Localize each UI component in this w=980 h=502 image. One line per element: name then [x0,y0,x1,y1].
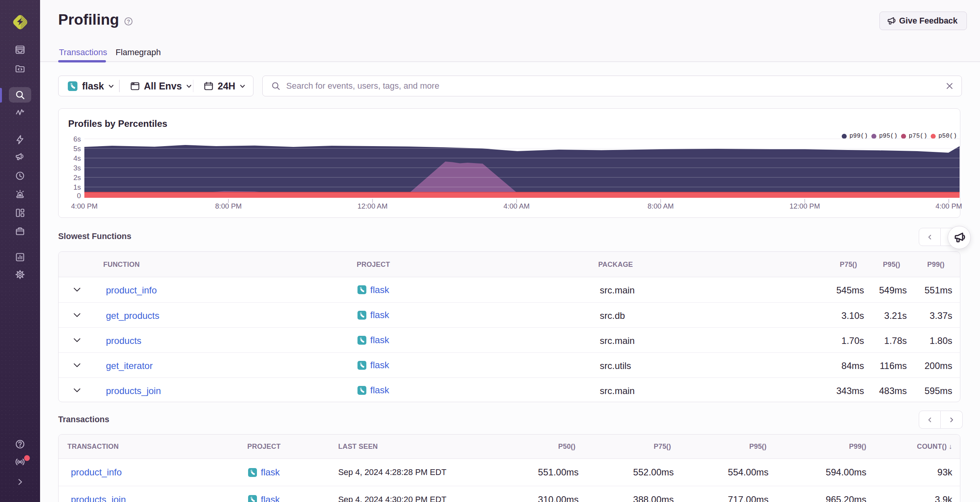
svg-text:4:00 PM: 4:00 PM [936,202,962,210]
svg-text:6s: 6s [73,135,81,143]
svg-text:12:00 AM: 12:00 AM [357,202,388,210]
svg-text:5s: 5s [73,145,81,153]
svg-text:8:00 PM: 8:00 PM [215,202,242,210]
svg-text:4:00 PM: 4:00 PM [71,202,98,210]
svg-text:4:00 AM: 4:00 AM [503,202,530,210]
svg-text:0: 0 [77,192,81,200]
svg-text:1s: 1s [73,183,81,191]
svg-text:8:00 AM: 8:00 AM [648,202,674,210]
svg-text:3s: 3s [73,164,81,172]
svg-text:12:00 PM: 12:00 PM [789,202,820,210]
svg-text:4s: 4s [73,154,81,162]
svg-text:2s: 2s [73,174,81,182]
